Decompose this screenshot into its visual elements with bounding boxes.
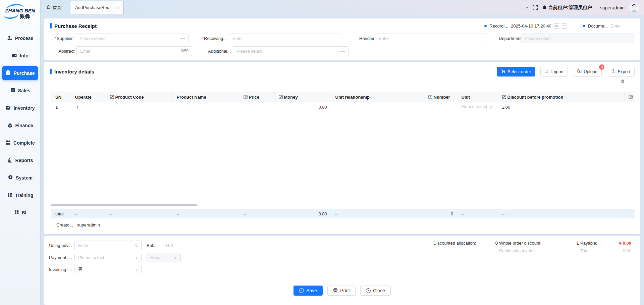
recording-dot-icon <box>484 25 487 27</box>
total-label: total <box>51 211 71 216</box>
table-row: 1 ＋− 0.00 Please select∨ 1.00 <box>51 102 635 112</box>
import-button[interactable]: Import <box>540 67 568 77</box>
cell-price[interactable] <box>239 102 274 112</box>
receiving-field[interactable] <box>229 34 342 43</box>
upload-badge: 0 <box>599 64 605 70</box>
username[interactable]: superadmin <box>600 5 625 10</box>
sidebar-item-label: Inventory <box>13 105 35 111</box>
sidebar-item-bi[interactable]: BI <box>2 206 38 220</box>
sidebar-item-complete[interactable]: Complete <box>2 136 38 150</box>
tab-close-icon[interactable]: × <box>117 5 119 10</box>
supplier-input[interactable] <box>79 36 177 41</box>
invoicing-select[interactable]: 否 ∨ <box>74 265 142 274</box>
payable-label: Payable: <box>580 241 602 246</box>
discounted-allocation-value: 0 <box>486 241 499 246</box>
edit-icon <box>428 95 432 99</box>
app-logo: ZHANG BEN 账犇 <box>0 0 40 28</box>
recording-time-value[interactable]: 2025-04-10 17:20:40 <box>511 23 551 29</box>
supplier-more-icon[interactable]: ••• <box>180 36 185 41</box>
sidebar-item-label: Sales <box>18 88 31 93</box>
handler-input[interactable] <box>379 36 484 41</box>
inventory-details-card: Inventory details Select order Import <box>44 62 640 234</box>
col-number: Number <box>424 92 457 102</box>
add-row-icon[interactable]: ＋ <box>75 104 80 110</box>
sidebar-item-inventory[interactable]: Inventory <box>2 101 38 115</box>
sidebar-item-sales[interactable]: Sales <box>2 84 38 98</box>
purchase-receipt-card: Purchase Receipt Recordi... 2025-04-10 1… <box>44 18 640 60</box>
sidebar-item-info[interactable]: Info <box>2 49 38 63</box>
additional-select[interactable]: ••• <box>233 46 349 56</box>
cell-product-code[interactable] <box>106 102 172 112</box>
save-button[interactable]: ✓ Save <box>293 286 323 296</box>
avatar[interactable] <box>629 3 639 13</box>
tab-label: AddPurchaseRec··· <box>75 5 113 10</box>
download-icon <box>545 69 549 74</box>
table-settings-gear-icon[interactable] <box>620 79 625 85</box>
home-icon <box>46 5 51 10</box>
document-number-input[interactable] <box>610 23 634 29</box>
select-order-button[interactable]: Select order <box>497 67 535 77</box>
using-advance-input[interactable] <box>78 243 132 248</box>
cell-unit-relationship <box>331 102 424 112</box>
using-advance-label: Using adv... <box>49 243 72 248</box>
abstract-input[interactable] <box>80 49 179 54</box>
supplier-select[interactable]: ••• <box>76 34 189 43</box>
payment-method-select[interactable]: Please select ∨ <box>74 253 142 262</box>
whole-order-discount-value: 1 <box>549 241 580 246</box>
sidebar-item-training[interactable]: Training <box>2 188 38 202</box>
additional-more-icon[interactable]: ••• <box>339 49 345 54</box>
upload-button[interactable]: Upload 0 <box>573 67 602 77</box>
home-tab[interactable]: 首页 <box>46 5 61 11</box>
balance-label: Bal... <box>147 243 157 248</box>
close-button[interactable]: ✕ Close <box>360 286 391 296</box>
scrollbar-thumb[interactable] <box>51 204 197 206</box>
table-header-row: SN Operate Product Code Product Name Pri… <box>51 92 635 102</box>
cell-money[interactable]: 0.00 <box>274 102 331 112</box>
abstract-field[interactable]: 0/50 <box>76 46 192 56</box>
handler-field[interactable] <box>375 34 488 43</box>
department-select[interactable] <box>521 34 634 43</box>
payment-amount-input[interactable] <box>150 255 171 260</box>
remove-row-icon[interactable]: − <box>85 104 88 110</box>
inventory-table: SN Operate Product Code Product Name Pri… <box>51 92 635 112</box>
sidebar: ZHANG BEN 账犇 Process Info Purchase Sales <box>0 0 40 305</box>
inventory-details-title: Inventory details <box>50 69 94 74</box>
payment-amount-field[interactable]: 元 <box>147 253 181 262</box>
sidebar-item-label: Process <box>15 36 33 41</box>
additional-input[interactable] <box>236 49 337 54</box>
export-button[interactable]: Export <box>607 67 635 77</box>
chart-frame-icon <box>5 105 11 111</box>
document-dot-icon <box>583 25 585 27</box>
fullscreen-icon[interactable] <box>533 5 538 10</box>
chevron-down-icon: ∨ <box>135 255 138 260</box>
receiving-input[interactable] <box>232 36 338 41</box>
cell-discount[interactable]: 1.00 <box>498 102 624 112</box>
sidebar-item-process[interactable]: Process <box>2 31 38 45</box>
cell-number[interactable] <box>424 102 457 112</box>
handler-label: Handler <box>359 36 374 41</box>
tab-add-purchase-receipt[interactable]: AddPurchaseRec··· × <box>71 1 123 14</box>
cell-product-name[interactable] <box>172 102 239 112</box>
sidebar-item-label: System <box>16 175 33 181</box>
recording-time-label: Recordi... <box>489 23 508 29</box>
sidebar-item-purchase[interactable]: Purchase <box>2 66 38 80</box>
sidebar-item-finance[interactable]: ¥ Finance <box>2 118 38 133</box>
grid-icon <box>5 140 11 146</box>
payable-value: ¥ 0.00 <box>602 241 633 246</box>
print-button[interactable]: Print <box>327 286 356 296</box>
tenant-info[interactable]: 当前租户:管理员租户 <box>542 5 592 11</box>
main-area: 首页 AddPurchaseRec··· × ▾ 当前租户:管理员租户 supe… <box>40 0 644 305</box>
footer-divider <box>44 281 640 281</box>
chevron-down-icon[interactable]: ▾ <box>526 5 528 10</box>
sidebar-item-reports[interactable]: Reports <box>2 153 38 167</box>
calendar-icon[interactable]: ▦ <box>554 23 559 29</box>
using-advance-field[interactable]: 元 <box>74 241 142 250</box>
col-product-name: Product Name <box>172 92 239 102</box>
chevron-down-icon: ∨ <box>135 267 138 272</box>
col-sn: SN <box>51 92 71 102</box>
home-filled-icon <box>542 5 547 10</box>
sidebar-item-system[interactable]: System <box>2 171 38 185</box>
clear-date-icon[interactable]: ✎ <box>562 23 567 29</box>
department-input[interactable] <box>525 36 630 41</box>
cell-unit[interactable]: Please select∨ <box>457 102 498 112</box>
